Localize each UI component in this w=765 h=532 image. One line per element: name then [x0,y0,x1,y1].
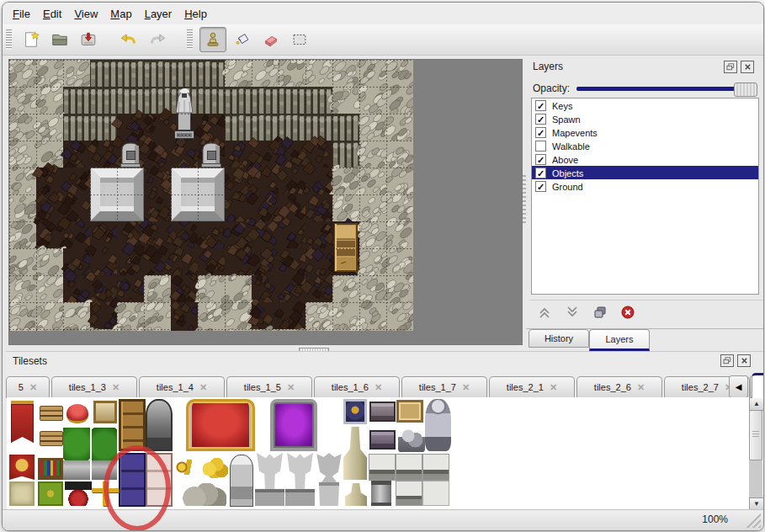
menu-layer[interactable]: Layer [145,8,173,20]
tile-sign-wood[interactable] [396,400,423,423]
layer-checkbox-ground[interactable]: ✓ [535,181,546,192]
raise-layer-button[interactable] [536,304,553,321]
open-map-button[interactable] [47,28,72,51]
tile-throne-red[interactable] [186,399,255,451]
opacity-slider-track[interactable] [576,87,756,91]
tile-knight-debris[interactable] [398,427,425,452]
delete-layer-button[interactable] [619,304,636,321]
tileset-tab-tiles_2_8[interactable]: tiles_2_8✕ [752,373,764,398]
tile-fence-rail-bottom[interactable] [40,431,63,446]
tileset-tab-tiles_1_5[interactable]: tiles_1_5✕ [226,376,312,397]
tab-scroll-left-button[interactable]: ◀ [729,375,748,398]
map-canvas-viewport[interactable] [8,59,523,345]
tile-mat-green[interactable] [38,481,63,506]
tile-pillar-stone[interactable] [371,481,391,506]
tile-dresser-mirror[interactable] [93,401,117,423]
layer-checkbox-objects[interactable]: ✓ [535,168,546,178]
tile-palm-plant[interactable] [63,428,90,480]
eraser-tool-button[interactable] [258,28,284,51]
select-tool-button[interactable] [287,28,312,51]
toolbar-drag-handle[interactable] [6,29,12,50]
layer-row-walkable[interactable]: Walkable [532,139,758,152]
layer-row-spawn[interactable]: ✓Spawn [532,112,758,125]
tile-obelisk-small[interactable] [345,483,367,506]
layer-row-objects[interactable]: ✓Objects [532,166,758,179]
layer-checkbox-spawn[interactable]: ✓ [535,114,546,125]
opacity-slider-handle[interactable] [734,82,757,97]
tile-sign-purple[interactable] [369,430,396,450]
tile-banner-emblem[interactable] [9,455,35,480]
tile-door-white[interactable] [146,453,173,507]
opacity-slider[interactable] [576,82,757,95]
tile-rock-pile[interactable] [179,483,226,506]
tile-gate-stone[interactable] [146,399,173,451]
stamp-tool-button[interactable] [199,27,226,52]
resize-grip[interactable] [746,513,761,528]
toolbar-drag-handle[interactable] [187,29,193,50]
dock-tab-history[interactable]: History [529,329,589,348]
tileset-content[interactable]: ▲ ▼ [7,397,763,511]
layer-checkbox-mapevents[interactable]: ✓ [535,127,546,138]
tab-close-icon[interactable]: ✕ [550,382,557,393]
menu-help[interactable]: Help [184,8,207,20]
tileset-tab-tiles_1_6[interactable]: tiles_1_6✕ [314,376,400,397]
undo-button[interactable] [116,28,141,51]
tile-bookshelf[interactable] [38,458,63,480]
tileset-tab-tiles_1_7[interactable]: tiles_1_7✕ [401,376,487,397]
save-map-button[interactable] [76,28,101,51]
tile-statue-hooded[interactable] [230,455,253,507]
tileset-tab-tiles_2_1[interactable]: tiles_2_1✕ [489,376,575,397]
layer-checkbox-above[interactable]: ✓ [535,154,546,165]
tile-cross-gold[interactable] [92,481,119,506]
tab-close-icon[interactable]: ✕ [375,382,382,393]
float-panel-button[interactable] [724,61,737,73]
redo-button[interactable] [145,28,170,51]
new-map-button[interactable] [19,28,44,51]
tile-block-band-4[interactable] [396,481,422,506]
close-panel-button[interactable] [737,354,751,367]
tileset-vertical-scrollbar[interactable]: ▲ ▼ [749,397,762,511]
tile-shelf-pouf[interactable] [65,481,92,506]
map-canvas[interactable] [9,60,413,331]
tile-gargoyle-basin[interactable] [316,453,343,506]
layer-row-above[interactable]: ✓Above [532,152,758,166]
menu-view[interactable]: View [74,8,98,20]
close-panel-button[interactable] [741,61,754,73]
tile-fence-rail-top[interactable] [40,406,63,421]
scroll-up-button[interactable]: ▲ [749,397,763,411]
tile-gargoyle-left[interactable] [255,453,284,506]
tab-close-icon[interactable]: ✕ [112,382,120,393]
duplicate-layer-button[interactable] [592,304,608,321]
tile-mat-tan[interactable] [9,481,35,506]
tile-door-purple[interactable] [119,453,146,507]
tile-door-wood[interactable] [119,399,146,451]
float-panel-button[interactable] [720,354,734,367]
vscroll-thumb[interactable] [749,410,762,460]
tile-block-band-1[interactable] [369,454,396,481]
lower-layer-button[interactable] [564,304,581,321]
tab-close-icon[interactable]: ✕ [199,382,207,393]
layer-row-ground[interactable]: ✓Ground [532,179,758,193]
tile-obelisk-large[interactable] [343,427,367,480]
layer-row-keys[interactable]: ✓Keys [532,98,758,112]
tile-portrait-king[interactable] [343,399,367,424]
tileset-tab-tiles_1_4[interactable]: tiles_1_4✕ [139,376,225,397]
tile-banner-red[interactable] [11,401,34,443]
tile-sign-gray[interactable] [369,402,396,422]
tile-gargoyle-right[interactable] [285,453,315,506]
tile-bush-plant[interactable] [92,428,117,480]
tab-close-icon[interactable]: ✕ [29,382,37,393]
tile-block-band-2[interactable] [396,454,422,481]
layer-checkbox-keys[interactable]: ✓ [535,100,546,111]
tile-pouf-red[interactable] [66,404,88,423]
tileset-tab-tiles_1_3[interactable]: tiles_1_3✕ [51,376,137,397]
tileset-tab-5[interactable]: 5✕ [6,376,50,397]
fill-tool-button[interactable] [230,28,255,51]
tile-throne-purple[interactable] [270,399,317,451]
tab-close-icon[interactable]: ✕ [637,382,645,393]
layer-row-mapevents[interactable]: ✓Mapevents [532,125,758,139]
tile-key-gold[interactable] [176,460,199,475]
tile-block-plain[interactable] [422,481,449,506]
menu-map[interactable]: Map [110,8,131,20]
tileset-tab-tiles_2_6[interactable]: tiles_2_6✕ [576,376,662,397]
